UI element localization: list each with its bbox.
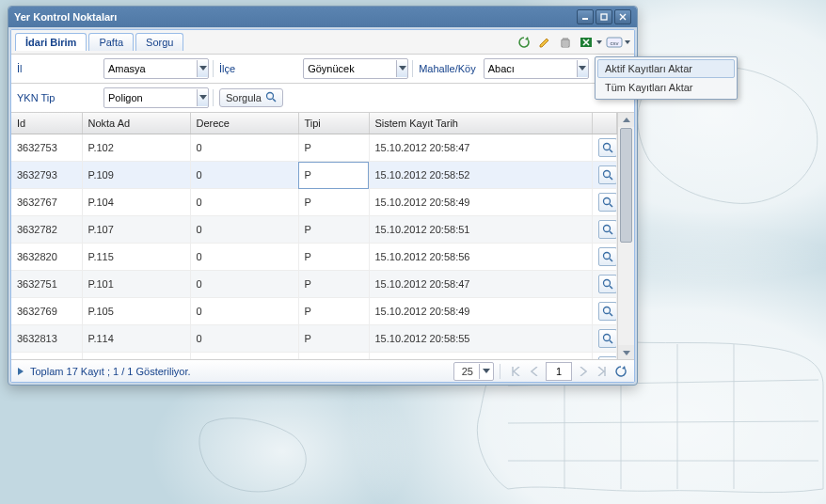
cell-tipi[interactable]: P <box>298 298 369 325</box>
cell-ad[interactable]: P.102 <box>82 134 190 162</box>
cell-id[interactable]: 3632753 <box>11 134 82 162</box>
ykn-combo[interactable] <box>103 87 209 108</box>
cell-ad[interactable]: P.101 <box>82 271 190 298</box>
scroll-up-icon[interactable] <box>618 113 634 127</box>
table-row[interactable]: 3632793P.1090P15.10.2012 20:58:52 <box>11 162 617 189</box>
cell-derece[interactable]: 0 <box>190 134 298 162</box>
zoom-to-icon[interactable] <box>598 275 617 293</box>
cell-id[interactable]: 3632820 <box>11 244 82 271</box>
cell-tipi[interactable]: P <box>298 162 369 189</box>
page-size-combo[interactable]: 25 <box>453 362 494 381</box>
cell-ad[interactable]: P.107 <box>82 216 190 244</box>
export-excel-icon[interactable] <box>578 34 595 51</box>
cell-derece[interactable]: 0 <box>190 244 298 271</box>
mahalle-combo[interactable] <box>484 58 589 79</box>
cell-ad[interactable]: P.103 <box>82 353 190 360</box>
cell-derece[interactable]: 0 <box>190 189 298 216</box>
cell-tipi[interactable]: P <box>298 216 369 244</box>
cell-tipi[interactable]: P <box>298 271 369 298</box>
cell-derece[interactable]: 0 <box>190 298 298 325</box>
refresh-icon[interactable] <box>516 34 532 51</box>
il-combo[interactable] <box>103 58 209 79</box>
zoom-to-icon[interactable] <box>598 247 617 266</box>
cell-tarih[interactable]: 15.10.2012 20:58:51 <box>369 216 593 244</box>
mahalle-input[interactable] <box>484 60 577 77</box>
cell-id[interactable]: 3632793 <box>11 162 82 189</box>
edit-icon[interactable] <box>536 34 553 51</box>
chevron-down-icon[interactable] <box>479 364 493 379</box>
table-row[interactable]: 3632813P.1140P15.10.2012 20:58:55 <box>11 325 617 353</box>
table-row[interactable]: 3632769P.1050P15.10.2012 20:58:49 <box>11 298 617 325</box>
last-page-icon[interactable] <box>595 364 610 379</box>
cell-ad[interactable]: P.104 <box>82 189 190 216</box>
scroll-thumb[interactable] <box>620 128 632 243</box>
cell-id[interactable]: 3632751 <box>11 271 82 298</box>
table-row[interactable]: 3632760P.1030P15.10.2012 20:58:48 <box>11 353 617 360</box>
cell-derece[interactable]: 0 <box>190 325 298 353</box>
cell-id[interactable]: 3632813 <box>11 325 82 353</box>
cell-tarih[interactable]: 15.10.2012 20:58:56 <box>369 244 593 271</box>
maximize-button[interactable] <box>596 9 612 24</box>
il-input[interactable] <box>104 60 197 77</box>
cell-derece[interactable]: 0 <box>190 271 298 298</box>
col-tarih[interactable]: Sistem Kayıt Tarih <box>369 113 593 134</box>
cell-id[interactable]: 3632760 <box>11 353 82 360</box>
cell-ad[interactable]: P.115 <box>82 244 190 271</box>
expand-icon[interactable] <box>17 366 24 377</box>
chevron-down-icon[interactable] <box>577 60 588 77</box>
cell-id[interactable]: 3632769 <box>11 298 82 325</box>
col-id[interactable]: Id <box>11 113 82 134</box>
export-csv-dropdown[interactable] <box>625 39 630 45</box>
close-button[interactable] <box>614 9 631 24</box>
ilce-input[interactable] <box>304 60 396 77</box>
titlebar[interactable]: Yer Kontrol Noktaları <box>8 7 637 27</box>
tab-sorgu[interactable]: Sorgu <box>135 33 183 51</box>
zoom-to-icon[interactable] <box>598 138 617 157</box>
sorgula-button[interactable]: Sorgula <box>219 88 283 107</box>
tab-pafta[interactable]: Pafta <box>88 33 134 51</box>
col-tipi[interactable]: Tipi <box>298 113 369 134</box>
cell-tipi[interactable]: P <box>298 134 369 162</box>
tab-idari-birim[interactable]: İdari Birim <box>15 33 87 51</box>
cell-tipi[interactable]: P <box>298 353 369 360</box>
col-ad[interactable]: Nokta Ad <box>82 113 190 134</box>
next-page-icon[interactable] <box>576 364 591 379</box>
cell-tipi[interactable]: P <box>298 244 369 271</box>
cell-tarih[interactable]: 15.10.2012 20:58:52 <box>369 162 593 189</box>
cell-tarih[interactable]: 15.10.2012 20:58:49 <box>369 298 593 325</box>
export-csv-icon[interactable]: csv <box>606 34 623 51</box>
scrollbar[interactable] <box>617 113 634 359</box>
prev-page-icon[interactable] <box>527 364 542 379</box>
cell-tarih[interactable]: 15.10.2012 20:58:47 <box>369 271 593 298</box>
cell-id[interactable]: 3632767 <box>11 189 82 216</box>
table-row[interactable]: 3632820P.1150P15.10.2012 20:58:56 <box>11 244 617 271</box>
export-all-records[interactable]: Tüm Kayıtları Aktar <box>597 78 735 97</box>
zoom-to-icon[interactable] <box>598 220 617 239</box>
scroll-down-icon[interactable] <box>618 345 634 359</box>
minimize-button[interactable] <box>577 9 594 24</box>
cell-derece[interactable]: 0 <box>190 353 298 360</box>
cell-ad[interactable]: P.109 <box>82 162 190 189</box>
page-input[interactable] <box>546 362 572 381</box>
zoom-to-icon[interactable] <box>598 193 617 212</box>
chevron-down-icon[interactable] <box>197 60 208 77</box>
table-row[interactable]: 3632767P.1040P15.10.2012 20:58:49 <box>11 189 617 216</box>
zoom-to-icon[interactable] <box>598 302 617 321</box>
cell-ad[interactable]: P.114 <box>82 325 190 353</box>
refresh-page-icon[interactable] <box>613 364 628 379</box>
cell-tarih[interactable]: 15.10.2012 20:58:47 <box>369 134 593 162</box>
ilce-combo[interactable] <box>303 58 408 79</box>
cell-tarih[interactable]: 15.10.2012 20:58:49 <box>369 189 593 216</box>
cell-ad[interactable]: P.105 <box>82 298 190 325</box>
table-row[interactable]: 3632751P.1010P15.10.2012 20:58:47 <box>11 271 617 298</box>
first-page-icon[interactable] <box>508 364 523 379</box>
cell-derece[interactable]: 0 <box>190 162 298 189</box>
ykn-input[interactable] <box>104 89 197 106</box>
cell-id[interactable]: 3632782 <box>11 216 82 244</box>
zoom-to-icon[interactable] <box>598 329 617 348</box>
export-excel-dropdown[interactable] <box>596 39 602 45</box>
cell-tarih[interactable]: 15.10.2012 20:58:48 <box>369 353 593 360</box>
delete-icon[interactable] <box>557 34 574 51</box>
cell-tipi[interactable]: P <box>298 189 369 216</box>
zoom-to-icon[interactable] <box>598 165 617 184</box>
